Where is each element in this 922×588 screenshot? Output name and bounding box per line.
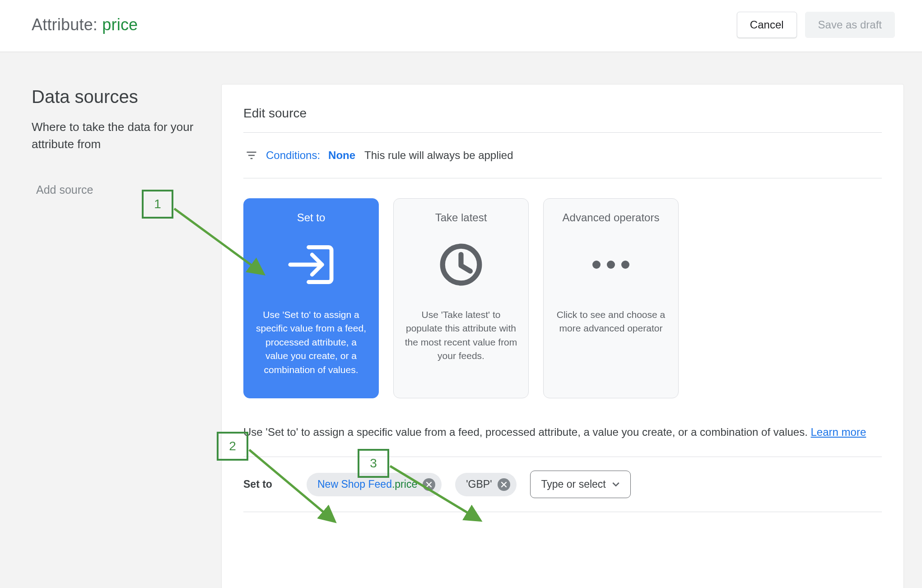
explain-text: Use 'Set to' to assign a specific value … (243, 426, 811, 438)
caret-down-icon (612, 482, 619, 487)
top-bar: Attribute: price Cancel Save as draft (0, 0, 922, 52)
title-prefix: Attribute: (32, 15, 102, 34)
annotation-arrow-2 (247, 448, 342, 529)
conditions-label: Conditions: (266, 149, 320, 162)
attribute-name: price (102, 15, 138, 34)
card-title: Edit source (243, 106, 882, 121)
clock-icon (438, 238, 484, 292)
add-source-button[interactable]: Add source (32, 183, 203, 196)
cancel-button[interactable]: Cancel (737, 12, 797, 38)
set-to-icon (286, 238, 336, 292)
conditions-desc: This rule will always be applied (364, 149, 513, 162)
svg-line-2 (174, 209, 262, 273)
chip-remove-icon[interactable] (498, 478, 510, 491)
operator-title: Take latest (435, 211, 487, 224)
learn-more-link[interactable]: Learn more (811, 426, 866, 438)
top-actions: Cancel Save as draft (737, 12, 895, 38)
type-or-select[interactable]: Type or select (530, 471, 631, 498)
svg-line-3 (249, 450, 333, 520)
sidebar-heading: Data sources (32, 87, 203, 107)
operator-desc: Click to see and choose a more advanced … (554, 308, 668, 336)
operator-explain: Use 'Set to' to assign a specific value … (243, 424, 882, 440)
sidebar: Data sources Where to take the data for … (0, 52, 221, 588)
type-select-label: Type or select (541, 478, 606, 490)
annotation-arrow-3 (388, 464, 488, 527)
conditions-value: None (328, 149, 355, 162)
page-title: Attribute: price (32, 15, 138, 34)
divider (243, 178, 882, 178)
sidebar-subtext: Where to take the data for your attribut… (32, 119, 203, 153)
save-as-draft-button[interactable]: Save as draft (805, 12, 895, 38)
svg-line-4 (390, 466, 479, 519)
conditions-row[interactable]: Conditions: None This rule will always b… (243, 133, 882, 178)
operator-card-take-latest[interactable]: Take latest Use 'Take latest' to populat… (393, 198, 529, 398)
operator-title: Advanced operators (563, 211, 660, 224)
ellipsis-icon (592, 238, 629, 292)
operator-desc: Use 'Take latest' to populate this attri… (404, 308, 518, 363)
operator-card-advanced[interactable]: Advanced operators Click to see and choo… (543, 198, 679, 398)
operator-desc: Use 'Set to' to assign a specific value … (254, 308, 368, 377)
operator-cards: Set to Use 'Set to' to assign a specific… (243, 198, 882, 398)
filter-icon (245, 149, 258, 162)
annotation-arrow-1 (172, 206, 271, 283)
operator-title: Set to (297, 211, 326, 224)
